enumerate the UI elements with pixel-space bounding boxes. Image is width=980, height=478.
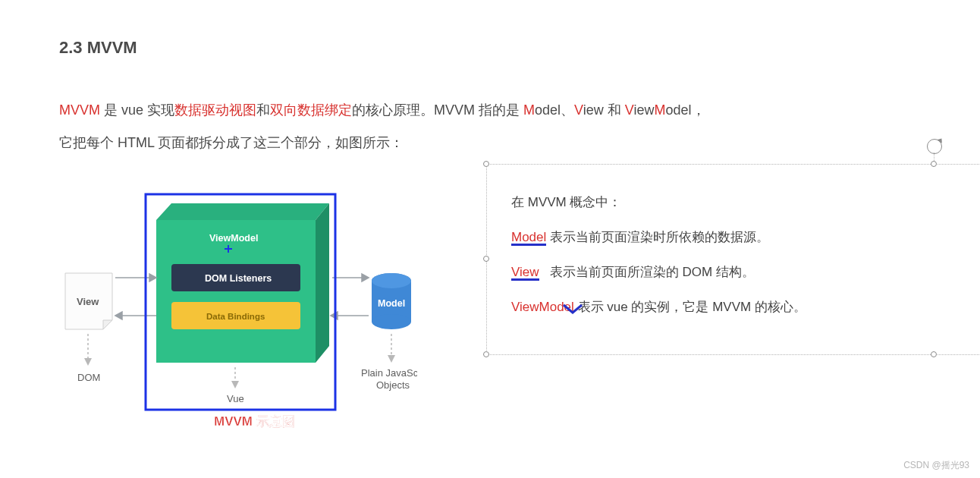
data-bindings-label: Data Bindings — [206, 312, 265, 321]
svg-marker-22 — [388, 355, 395, 363]
txt-line2: 它把每个 HTML 页面都拆分成了这三个部分，如图所示： — [59, 135, 404, 150]
sel-handle-ml[interactable] — [483, 256, 489, 262]
callout-model: Model 表示当前页面渲染时所依赖的数据源。 — [511, 220, 806, 255]
svg-marker-14 — [362, 274, 369, 281]
model-label: Model — [378, 298, 405, 309]
txt: iew 和 — [583, 102, 625, 118]
callout-view-key: View — [511, 266, 539, 281]
svg-point-19 — [372, 314, 411, 329]
dom-label: DOM — [77, 372, 100, 383]
txt-M: M — [523, 102, 535, 118]
watermark: CSDN @摇光93 — [903, 459, 969, 472]
txt: iew — [633, 102, 654, 118]
view-sheet: View — [65, 273, 112, 329]
intro-paragraph: MVVM 是 vue 实现数据驱动视图和双向数据绑定的核心原理。MVVM 指的是… — [59, 94, 921, 159]
txt: 表示当前页面所渲染的 DOM 结构。 — [539, 265, 755, 279]
callout-model-key: Model — [511, 231, 546, 246]
section-heading: 2.3 MVVM — [59, 38, 921, 58]
txt: 表示当前页面渲染时所依赖的数据源。 — [546, 230, 769, 244]
model-cylinder: Model — [372, 273, 411, 329]
sel-handle-bl[interactable] — [483, 351, 489, 357]
dom-arrow: DOM — [77, 334, 100, 383]
callout-vm-key1: View — [511, 300, 539, 314]
txt: odel， — [665, 102, 705, 118]
vue-arrow: Vue — [227, 367, 244, 404]
viewmodel-label: ViewModel — [209, 233, 258, 244]
dom-listeners-label: DOM Listeners — [205, 273, 272, 284]
vue-label: Vue — [227, 393, 244, 404]
txt-V: V — [574, 102, 583, 118]
callout-head: 在 MVVM 概念中： — [511, 185, 806, 220]
svg-marker-12 — [115, 312, 122, 319]
arrows-left — [115, 274, 156, 319]
sel-handle-tl[interactable] — [483, 161, 489, 167]
svg-marker-10 — [149, 274, 156, 281]
view-label: View — [77, 296, 99, 307]
txt: 的核心原理。MVVM 指的是 — [352, 102, 523, 118]
txt-V2: V — [625, 102, 634, 118]
svg-marker-4 — [156, 203, 329, 220]
sel-handle-bc[interactable] — [931, 351, 937, 357]
svg-marker-5 — [316, 203, 329, 363]
txt: 是 vue 实现 — [100, 102, 174, 118]
callout-box[interactable]: 在 MVVM 概念中： Model 表示当前页面渲染时所依赖的数据源。 View… — [431, 164, 921, 392]
txt-ddv: 数据驱动视图 — [174, 102, 256, 118]
viewmodel-cube: ViewModel DOM Listeners Data Bindings — [156, 203, 329, 363]
svg-marker-24 — [231, 381, 239, 388]
callout-viewmodel: ViewModel 表示 vue 的实例，它是 MVVM 的核心。 — [511, 290, 806, 325]
txt-mvvm: MVVM — [59, 102, 100, 118]
txt-twoway: 双向数据绑定 — [270, 102, 352, 118]
pjo-label-1: Plain JavaScript — [361, 367, 417, 379]
rotate-stem — [934, 153, 934, 164]
callout-view: View 表示当前页面所渲染的 DOM 结构。 — [511, 255, 806, 290]
callout-vm-key2: Model — [539, 290, 574, 325]
svg-point-20 — [372, 273, 411, 288]
rotate-handle-icon[interactable] — [927, 139, 942, 154]
txt: odel、 — [535, 102, 574, 118]
pjo-arrow: Plain JavaScript Objects — [361, 334, 417, 391]
svg-marker-1 — [103, 320, 112, 329]
svg-marker-3 — [84, 358, 92, 366]
diagram-caption: MVVM 示意图 — [214, 413, 295, 430]
mvvm-diagram: View DOM ViewModel — [59, 164, 417, 422]
pjo-label-2: Objects — [376, 379, 410, 391]
txt: 表示 vue 的实例，它是 MVVM 的核心。 — [574, 300, 806, 314]
txt: 和 — [256, 102, 270, 118]
txt-M2: M — [654, 102, 665, 118]
